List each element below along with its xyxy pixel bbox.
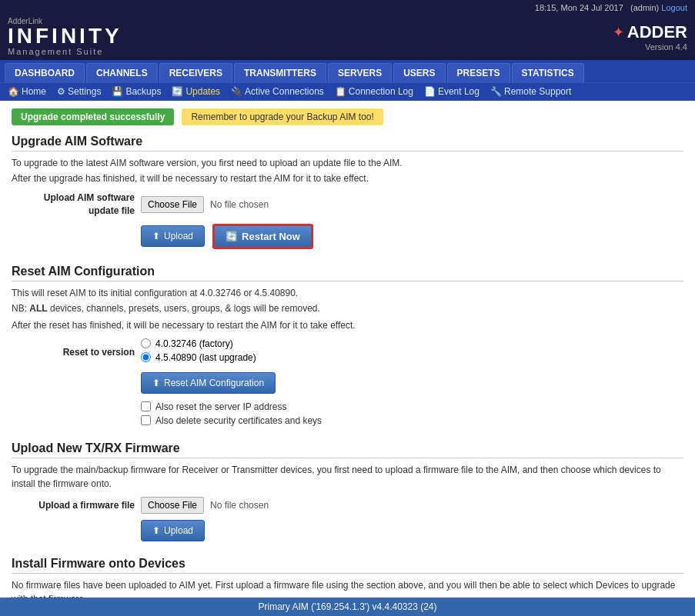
suite-name: Management Suite [8,47,122,56]
home-icon: 🏠 [8,86,19,97]
install-section-title: Install Firmware onto Devices [12,557,683,574]
firmware-section: Upload New TX/RX Firmware To upgrade the… [12,441,683,541]
reset-desc-1: This will reset AIM to its initial confi… [12,286,683,300]
subnav-active-connections[interactable]: 🔌 Active Connections [228,85,327,98]
status-success-badge: Upgrade completed successfully [12,108,174,125]
firmware-upload-button[interactable]: ⬆ Upload [141,520,205,541]
aim-no-file-text: No file chosen [210,199,269,210]
tab-servers[interactable]: SERVERS [328,63,392,82]
reset-version-label: Reset to version [12,347,135,358]
aim-upload-button[interactable]: ⬆ Upload [141,225,205,247]
settings-icon: ⚙ [57,86,65,97]
brand-name: INFINITY [8,25,122,47]
firmware-upload-icon: ⬆ [152,525,160,536]
adder-star-icon: ✦ [613,24,624,41]
tab-dashboard[interactable]: DASHBOARD [5,63,85,82]
reset-section-title: Reset AIM Configuration [12,265,683,281]
remote-support-icon: 🔧 [490,86,502,97]
upload-aim-label: Upload AIM software update file [12,191,135,218]
datetime: 18:15, Mon 24 Jul 2017 [535,3,623,12]
subnav-backups[interactable]: 💾 Backups [109,85,164,98]
upgrade-section-title: Upgrade AIM Software [12,135,683,152]
nav-tabs: DASHBOARD CHANNELS RECEIVERS TRANSMITTER… [0,60,695,82]
reset-desc-3: After the reset has finished, it will be… [12,318,683,332]
top-bar: 18:15, Mon 24 Jul 2017 (admin) Logout [0,0,695,15]
radio-last-upgrade-label: 4.5.40890 (last upgrade) [155,352,256,363]
logo-right: ✦ ADDER Version 4.4 [613,22,687,52]
user-label: (admin) [630,3,659,12]
subnav-active-connections-label: Active Connections [245,86,324,97]
subnav-remote-support-label: Remote Support [504,86,571,97]
subnav-updates[interactable]: 🔄 Updates [169,85,223,98]
reset-icon: ⬆ [152,378,160,388]
updates-icon: 🔄 [172,86,183,97]
upload-aim-label-line2: update file [89,205,135,216]
firmware-upload-row: Upload a firmware file Choose File No fi… [12,497,683,514]
reset-checkbox-group: Also reset the server IP address Also de… [141,401,683,426]
aim-restart-label: Restart Now [242,231,300,242]
checkbox-reset-ip[interactable] [141,401,151,411]
firmware-upload-label: Upload a firmware file [12,500,135,511]
subnav-connection-log[interactable]: 📋 Connection Log [332,85,416,98]
radio-factory[interactable] [141,338,151,348]
tab-transmitters[interactable]: TRANSMITTERS [234,63,326,82]
subnav-event-log-label: Event Log [438,86,479,97]
subnav-remote-support[interactable]: 🔧 Remote Support [487,85,574,98]
tab-receivers[interactable]: RECEIVERS [159,63,232,82]
connections-icon: 🔌 [231,86,242,97]
subnav-connection-log-label: Connection Log [349,86,413,97]
upload-icon: ⬆ [152,231,160,241]
status-warning-badge: Remember to upgrade your Backup AIM too! [182,108,383,125]
subnav-home-label: Home [22,86,46,97]
backups-icon: 💾 [112,86,123,97]
main-content: Upgrade completed successfully Remember … [0,101,695,616]
time-area: 18:15, Mon 24 Jul 2017 (admin) Logout [535,3,687,12]
reset-radio-group: 4.0.32746 (factory) 4.5.40890 (last upgr… [141,338,256,366]
aim-restart-button[interactable]: 🔄 Restart Now [212,224,313,249]
upload-aim-row: Upload AIM software update file Choose F… [12,191,683,218]
connection-log-icon: 📋 [335,86,346,97]
logo-text: INFINITY Management Suite [8,25,122,56]
upgrade-desc-1: To upgrade to the latest AIM software ve… [12,156,683,170]
version-text: Version 4.4 [613,42,687,52]
subnav-home[interactable]: 🏠 Home [5,85,49,98]
logo-left: AdderLink INFINITY Management Suite [8,17,122,56]
subnav-backups-label: Backups [125,86,161,97]
firmware-btn-row: ⬆ Upload [141,520,683,541]
upgrade-desc-2: After the upgrade has finished, it will … [12,171,683,185]
upgrade-btn-row: ⬆ Upload 🔄 Restart Now [141,224,683,249]
tab-presets[interactable]: PRESETS [447,63,510,82]
firmware-no-file-text: No file chosen [210,500,269,511]
upload-aim-label-line1: Upload AIM software [44,192,135,203]
subnav-event-log[interactable]: 📄 Event Log [421,85,483,98]
tab-statistics[interactable]: STATISTICS [512,63,584,82]
reset-version-row: Reset to version 4.0.32746 (factory) 4.5… [12,338,683,366]
logout-link[interactable]: Logout [661,3,687,12]
reset-aim-label: Reset AIM Configuration [164,378,264,388]
subnav-settings-label: Settings [68,86,101,97]
sub-nav: 🏠 Home ⚙ Settings 💾 Backups 🔄 Updates 🔌 … [0,82,695,101]
reset-section: Reset AIM Configuration This will reset … [12,265,683,426]
subnav-updates-label: Updates [185,86,220,97]
subnav-settings[interactable]: ⚙ Settings [54,85,104,98]
checkbox-row-1: Also reset the server IP address [141,401,683,412]
tab-users[interactable]: USERS [393,63,445,82]
reset-btn-row: ⬆ Reset AIM Configuration [141,372,683,394]
footer: Primary AIM ('169.254.1.3') v4.4.40323 (… [0,598,695,616]
tab-channels[interactable]: CHANNELS [86,63,158,82]
firmware-desc: To upgrade the main/backup firmware for … [12,463,683,491]
aim-upload-label: Upload [164,231,193,241]
upgrade-section: Upgrade AIM Software To upgrade to the l… [12,135,683,249]
aim-choose-file-button[interactable]: Choose File [141,196,204,213]
checkbox-delete-certs[interactable] [141,415,151,425]
footer-text: Primary AIM ('169.254.1.3') v4.4.40323 (… [258,601,436,612]
event-log-icon: 📄 [424,86,436,97]
firmware-choose-file-button[interactable]: Choose File [141,497,204,514]
reset-aim-button[interactable]: ⬆ Reset AIM Configuration [141,372,276,394]
status-bar: Upgrade completed successfully Remember … [12,108,683,125]
logo-section: AdderLink INFINITY Management Suite ✦ AD… [0,15,695,60]
radio-last-upgrade[interactable] [141,352,151,362]
checkbox-reset-ip-label: Also reset the server IP address [155,401,287,412]
checkbox-row-2: Also delete security certificates and ke… [141,415,683,426]
adder-logo: ADDER [627,22,687,42]
